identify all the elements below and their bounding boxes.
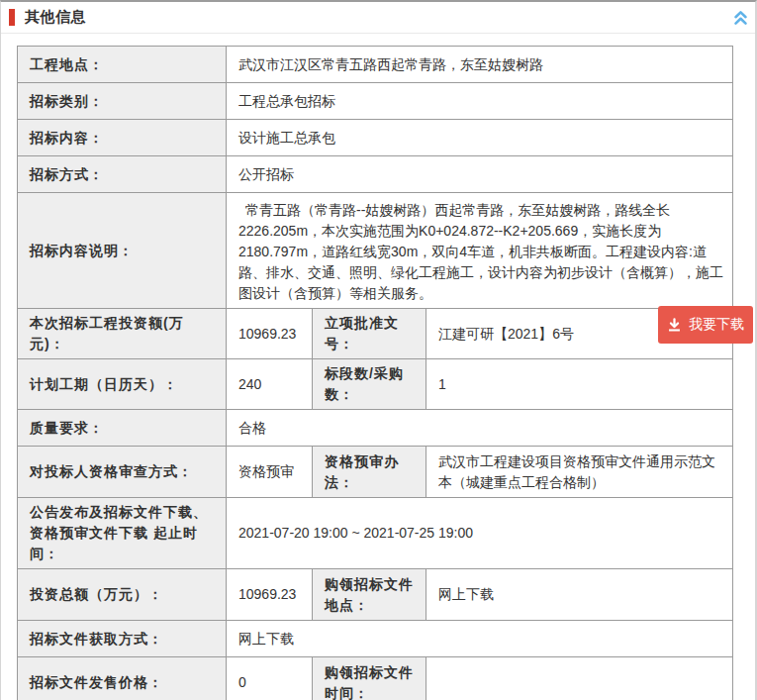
row-label-2: 标段数/采购数： bbox=[313, 359, 426, 409]
table-row-announcement-period: 公告发布及招标文件下载、资格预审文件下载 起止时间： 2021-07-20 19… bbox=[18, 498, 732, 569]
row-label: 公告发布及招标文件下载、资格预审文件下载 起止时间： bbox=[18, 498, 227, 568]
section-title: 其他信息 bbox=[25, 8, 86, 27]
row-label: 招标文件发售价格： bbox=[18, 657, 227, 700]
row-label: 招标类别： bbox=[18, 83, 227, 119]
table-row-planned-duration: 计划工期（日历天）： 240 标段数/采购数： 1 bbox=[18, 359, 732, 410]
row-label: 工程地点： bbox=[18, 47, 227, 82]
row-value-2: 武汉市工程建设项目资格预审文件通用示范文本（城建重点工程合格制） bbox=[426, 447, 732, 497]
row-value-2 bbox=[426, 657, 732, 700]
table-row-total-investment: 投资总额（万元）： 10969.23 购领招标文件地点： 网上下载 bbox=[18, 569, 732, 621]
collapse-chevron-icon[interactable] bbox=[733, 9, 748, 26]
section-accent-bar bbox=[9, 9, 15, 26]
row-label: 质量要求： bbox=[18, 410, 227, 446]
table-row-tender-category: 招标类别： 工程总承包招标 bbox=[18, 83, 732, 120]
row-label-2: 资格预审办法： bbox=[313, 447, 426, 497]
row-value: 10969.23 bbox=[227, 569, 313, 620]
row-value: 网上下载 bbox=[227, 621, 732, 656]
section-header: 其他信息 bbox=[1, 2, 755, 34]
table-row-quality-requirement: 质量要求： 合格 bbox=[18, 410, 732, 447]
row-label: 招标内容： bbox=[18, 120, 227, 155]
row-label-2: 购领招标文件时间： bbox=[313, 657, 426, 700]
row-label: 招标文件获取方式： bbox=[18, 621, 227, 656]
download-button[interactable]: 我要下载 bbox=[658, 306, 753, 344]
row-label: 招标方式： bbox=[18, 156, 227, 192]
table-row-qualification-review: 对投标人资格审查方式： 资格预审 资格预审办法： 武汉市工程建设项目资格预审文件… bbox=[18, 447, 732, 498]
row-label: 投资总额（万元）： bbox=[18, 569, 227, 620]
row-value-2: 1 bbox=[426, 359, 732, 409]
row-label: 招标内容说明： bbox=[18, 193, 227, 308]
row-label: 计划工期（日历天）： bbox=[18, 359, 227, 409]
table-row-project-location: 工程地点： 武汉市江汉区常青五路西起常青路，东至姑嫂树路 bbox=[18, 47, 732, 83]
row-value: 合格 bbox=[227, 410, 732, 446]
row-label-2: 购领招标文件地点： bbox=[313, 569, 426, 620]
row-label: 对投标人资格审查方式： bbox=[18, 447, 227, 497]
row-value: 武汉市江汉区常青五路西起常青路，东至姑嫂树路 bbox=[227, 47, 732, 82]
table-row-tender-method: 招标方式： 公开招标 bbox=[18, 156, 732, 193]
row-value: 10969.23 bbox=[227, 309, 313, 358]
row-value: 常青五路（常青路--姑嫂树路）西起常青路，东至姑嫂树路，路线全长2226.205… bbox=[227, 193, 732, 308]
other-info-panel: 其他信息 工程地点： 武汉市江汉区常青五路西起常青路，东至姑嫂树路 招标类别： … bbox=[0, 0, 757, 700]
table-row-tender-description: 招标内容说明： 常青五路（常青路--姑嫂树路）西起常青路，东至姑嫂树路，路线全长… bbox=[18, 193, 732, 309]
table-row-document-access: 招标文件获取方式： 网上下载 bbox=[18, 621, 732, 657]
row-value: 设计施工总承包 bbox=[227, 120, 732, 155]
table-row-investment-amount: 本次招标工程投资额(万元)： 10969.23 立项批准文号： 江建可研【202… bbox=[18, 309, 732, 359]
row-value: 0 bbox=[227, 657, 313, 700]
download-icon bbox=[667, 318, 682, 333]
row-label: 本次招标工程投资额(万元)： bbox=[18, 309, 227, 358]
download-button-label: 我要下载 bbox=[689, 316, 744, 334]
row-label-2: 立项批准文号： bbox=[313, 309, 426, 358]
row-value: 2021-07-20 19:00 ~ 2021-07-25 19:00 bbox=[227, 498, 732, 568]
row-value: 资格预审 bbox=[227, 447, 313, 497]
table-row-tender-content: 招标内容： 设计施工总承包 bbox=[18, 120, 732, 156]
row-value-2: 网上下载 bbox=[426, 569, 732, 620]
info-table: 工程地点： 武汉市江汉区常青五路西起常青路，东至姑嫂树路 招标类别： 工程总承包… bbox=[17, 46, 733, 700]
row-value: 公开招标 bbox=[227, 156, 732, 192]
row-value: 240 bbox=[227, 359, 313, 409]
row-value: 工程总承包招标 bbox=[227, 83, 732, 119]
table-row-document-price: 招标文件发售价格： 0 购领招标文件时间： bbox=[18, 657, 732, 700]
